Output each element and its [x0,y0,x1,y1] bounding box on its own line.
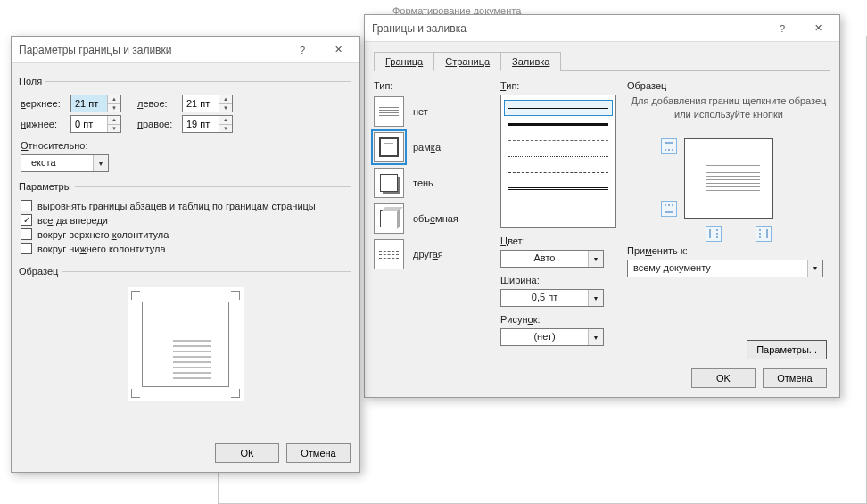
chevron-down-icon: ▼ [588,290,603,306]
art-value: (нет) [501,329,588,345]
margins-legend: Поля [19,76,45,87]
edge-bottom-button[interactable] [661,201,677,217]
width-label: Ширина: [500,275,616,285]
apply-to-value: всему документу [628,260,807,277]
relative-value: текста [21,155,93,171]
always-front-checkbox[interactable]: ✓ всегда впереди [21,214,351,226]
bottom-margin-spinner[interactable]: ▲▼ [70,115,121,133]
borders-and-shading-dialog: Границы и заливка ? ✕ Граница Страница З… [364,14,840,398]
type-box[interactable]: рамка [374,132,490,162]
ok-button[interactable]: ОК [215,443,279,463]
line-style-list[interactable] [500,95,616,228]
dialog-title: Параметры границы и заливки [19,44,285,56]
relative-label: Относительно: [21,140,351,151]
titlebar: Границы и заливка ? ✕ [365,15,839,42]
width-combo[interactable]: 0,5 пт ▼ [500,289,604,307]
border-shading-options-dialog: Параметры границы и заливки ? ✕ Поля вер… [11,36,360,473]
edge-top-button[interactable] [661,138,677,154]
tabs: Граница Страница Заливка [374,51,830,71]
options-legend: Параметры [19,181,75,192]
right-margin-spinner[interactable]: ▲▼ [182,115,233,133]
around-header-checkbox[interactable]: вокруг верхнего колонтитула [21,228,351,240]
art-label: Рисунок: [500,314,616,325]
bottom-margin-input[interactable] [71,116,107,132]
sample-legend: Образец [19,266,62,277]
cancel-button[interactable]: Отмена [763,368,827,388]
dialog-title: Границы и заливка [372,22,764,35]
width-value: 0,5 пт [501,290,588,306]
top-margin-spinner[interactable]: ▲▼ [70,95,121,112]
type-none-icon [374,96,404,127]
spinner-arrows[interactable]: ▲▼ [219,116,232,132]
type-other-icon [374,239,404,269]
left-margin-spinner[interactable]: ▲▼ [182,95,233,112]
chevron-down-icon: ▼ [93,155,108,171]
spinner-arrows[interactable]: ▲▼ [219,95,232,112]
sample-group: Образец [21,266,351,405]
style-label: Тип: [500,80,616,91]
type-other[interactable]: другая [374,239,490,269]
ok-button[interactable]: OK [691,368,756,388]
tab-border[interactable]: Граница [374,52,434,71]
checkbox-icon: ✓ [21,214,32,226]
apply-to-label: Применить к: [627,245,830,256]
spinner-arrows[interactable]: ▲▼ [107,95,120,112]
options-group: Параметры выровнять границы абзацев и та… [21,181,351,260]
apply-to-combo[interactable]: всему документу ▼ [627,260,823,277]
type-3d[interactable]: объемная [374,203,490,234]
color-combo[interactable]: Авто ▼ [500,250,604,268]
sample-preview [128,287,244,401]
top-margin-label: верхнее: [21,98,67,109]
cancel-button[interactable]: Отмена [286,443,351,463]
chevron-down-icon: ▼ [588,251,603,267]
checkbox-icon [21,228,32,240]
type-box-icon [374,132,404,162]
sample-label: Образец [627,80,830,91]
type-shadow[interactable]: тень [374,168,490,198]
type-shadow-icon [374,168,404,198]
around-footer-checkbox[interactable]: вокруг нижнего колонтитула [21,243,351,254]
tab-fill[interactable]: Заливка [500,52,561,71]
help-button[interactable]: ? [764,16,800,41]
spinner-arrows[interactable]: ▲▼ [107,116,120,132]
bottom-margin-label: нижнее: [21,119,67,129]
color-label: Цвет: [500,235,616,246]
sample-page[interactable] [684,138,773,219]
parameters-button[interactable]: Параметры... [747,340,827,359]
art-combo[interactable]: (нет) ▼ [500,328,604,346]
sample-preview [657,129,800,236]
relative-combo[interactable]: текста ▼ [21,154,109,172]
color-value: Авто [501,251,588,267]
margins-group: Поля верхнее: ▲▼ левое: ▲▼ нижнее: ▲▼ [21,76,351,176]
type-label: Тип: [374,80,490,91]
top-margin-input[interactable] [71,95,107,112]
left-margin-input[interactable] [183,95,219,112]
help-button[interactable]: ? [285,37,320,62]
chevron-down-icon: ▼ [588,329,603,345]
titlebar: Параметры границы и заливки ? ✕ [12,37,359,63]
edge-right-button[interactable] [756,226,772,242]
close-button[interactable]: ✕ [800,16,836,41]
right-margin-input[interactable] [183,116,219,132]
align-borders-checkbox[interactable]: выровнять границы абзацев и таблиц по гр… [21,200,351,211]
type-none[interactable]: нет [374,96,490,127]
chevron-down-icon: ▼ [807,260,822,277]
checkbox-icon [21,243,32,254]
type-3d-icon [374,203,404,234]
sample-hint: Для добавления границ щелкните образец и… [627,95,830,122]
right-margin-label: правое: [137,119,178,129]
checkbox-icon [21,200,32,211]
tab-page[interactable]: Страница [434,52,501,71]
left-margin-label: левое: [137,98,178,109]
edge-left-button[interactable] [706,226,722,242]
close-button[interactable]: ✕ [320,37,356,62]
